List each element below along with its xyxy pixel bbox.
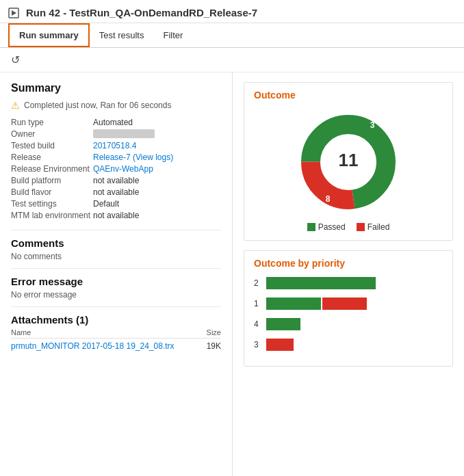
value-run-type: Automated	[93, 118, 221, 127]
legend-failed: Failed	[357, 222, 390, 232]
warning-icon: ⚠	[11, 100, 20, 111]
attachments-header: Name Size	[11, 328, 221, 339]
summary-title: Summary	[11, 82, 221, 94]
comments-title: Comments	[11, 237, 221, 249]
error-message-title: Error message	[11, 276, 221, 287]
summary-info-grid: Run type Automated Owner Tested build 20…	[11, 118, 221, 220]
label-build-flavor: Build flavor	[11, 187, 93, 197]
label-owner: Owner	[11, 129, 93, 139]
warning-text: Completed just now, Ran for 06 seconds	[24, 101, 171, 110]
error-message-text: No error message	[11, 290, 221, 300]
passed-color-swatch	[307, 223, 315, 231]
failed-label: Failed	[368, 222, 390, 232]
warning-row: ⚠ Completed just now, Ran for 06 seconds	[11, 100, 221, 111]
priority-box: Outcome by priority 2 1 4	[244, 250, 453, 367]
priority-title: Outcome by priority	[254, 258, 443, 269]
priority-row-1: 1	[254, 296, 443, 311]
priority-label-4: 4	[254, 319, 266, 329]
attachments-title: Attachments (1)	[11, 314, 221, 326]
run-icon	[8, 8, 19, 18]
svg-text:3: 3	[370, 120, 375, 130]
value-build-flavor: not available	[93, 187, 221, 197]
bar-container-3	[266, 339, 443, 351]
tab-run-summary[interactable]: Run summary	[8, 23, 90, 47]
legend-passed: Passed	[307, 222, 346, 232]
tabs-bar: Run summary Test results Filter	[0, 23, 464, 48]
bar-container-1	[266, 298, 443, 310]
label-build-platform: Build platform	[11, 176, 93, 185]
tab-test-results[interactable]: Test results	[90, 25, 154, 46]
priority-label-3: 3	[254, 340, 266, 349]
label-release-env: Release Environment	[11, 164, 93, 174]
right-panel: Outcome 11 3 8	[233, 72, 464, 476]
bar-red-1	[322, 298, 367, 310]
value-mtm-lab: not available	[93, 211, 221, 220]
comments-text: No comments	[11, 252, 221, 261]
value-test-settings: Default	[93, 199, 221, 209]
attachment-name[interactable]: prmutn_MONITOR 2017-05-18 19_24_08.trx	[11, 341, 175, 351]
priority-row-2: 2	[254, 276, 443, 291]
outcome-title: Outcome	[254, 90, 443, 101]
refresh-button[interactable]: ↺	[8, 52, 23, 68]
label-run-type: Run type	[11, 118, 93, 127]
outcome-box: Outcome 11 3 8	[244, 82, 453, 241]
bar-container-2	[266, 277, 443, 289]
priority-label-1: 1	[254, 299, 266, 308]
value-release[interactable]: Release-7 (View logs)	[93, 153, 221, 162]
label-test-settings: Test settings	[11, 199, 93, 209]
divider-2	[11, 268, 221, 269]
tab-filter[interactable]: Filter	[153, 25, 192, 46]
value-tested-build[interactable]: 20170518.4	[93, 141, 221, 150]
donut-chart: 11 3 8	[294, 107, 403, 217]
priority-row-4: 4	[254, 317, 443, 332]
label-release: Release	[11, 153, 93, 162]
attachments-col-name: Name	[11, 328, 31, 336]
toolbar: ↺	[0, 48, 464, 72]
attachments-col-size: Size	[207, 328, 221, 336]
svg-text:8: 8	[326, 194, 331, 204]
value-build-platform: not available	[93, 176, 221, 185]
failed-color-swatch	[357, 223, 365, 231]
bar-green-2	[266, 277, 376, 289]
title-bar: Run 42 - TestRun_QA-OnDemandRD_Release-7	[0, 0, 464, 23]
priority-label-2: 2	[254, 278, 266, 288]
value-release-env[interactable]: QAEnv-WebApp	[93, 164, 221, 174]
bar-green-1	[266, 298, 321, 310]
svg-text:11: 11	[339, 150, 359, 170]
page-title: Run 42 - TestRun_QA-OnDemandRD_Release-7	[26, 7, 257, 18]
value-owner	[93, 129, 155, 138]
svg-marker-1	[12, 10, 16, 16]
donut-container: 11 3 8	[254, 107, 443, 217]
passed-label: Passed	[318, 222, 346, 232]
attachment-size: 19K	[207, 341, 221, 351]
label-mtm-lab: MTM lab environment	[11, 211, 93, 220]
priority-row-3: 3	[254, 337, 443, 352]
attachment-item: prmutn_MONITOR 2017-05-18 19_24_08.trx 1…	[11, 341, 221, 351]
bar-container-4	[266, 318, 443, 330]
divider-1	[11, 230, 221, 230]
label-tested-build: Tested build	[11, 141, 93, 150]
bar-red-3	[266, 339, 294, 351]
left-panel: Summary ⚠ Completed just now, Ran for 06…	[0, 72, 233, 476]
outcome-legend: Passed Failed	[254, 222, 443, 232]
divider-3	[11, 306, 221, 307]
main-content: Summary ⚠ Completed just now, Ran for 06…	[0, 72, 464, 476]
bar-green-4	[266, 318, 300, 330]
